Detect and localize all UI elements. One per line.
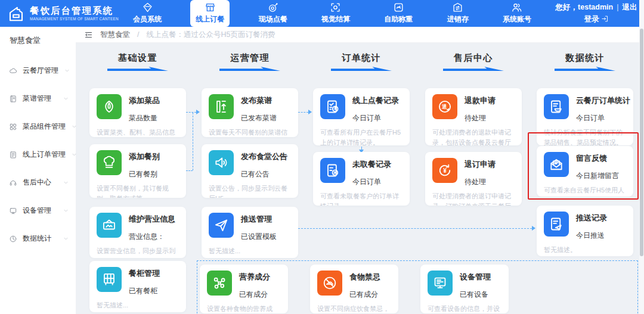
dashboard-card[interactable]: 餐柜管理已有餐柜暂无描述... bbox=[89, 261, 186, 312]
unclaimed-record-icon bbox=[320, 158, 345, 183]
nav-item-5[interactable]: 进销存 bbox=[442, 0, 474, 27]
card-description: 设置不同病症饮食禁忌，【菜品管理】里可添加对应的。 bbox=[317, 304, 391, 313]
card-row: 添加餐别已有餐别 bbox=[97, 150, 179, 179]
dashboard-card[interactable]: 退退款申请待处理可处理消费者的退款申请记录，包括设备点餐及云餐厅H5上的订单..… bbox=[425, 88, 522, 145]
card-subtitle: 已设置模板 bbox=[241, 232, 277, 242]
card-description: 设置每天不同餐别的菜谱信息。 bbox=[209, 128, 291, 137]
breadcrumb-root[interactable]: 智慧食堂 bbox=[100, 30, 130, 40]
dashboard-card[interactable]: 食物禁忌已有成分设置不同病症饮食禁忌，【菜品管理】里可添加对应的。 bbox=[310, 265, 398, 313]
card-meta: 营养成分已有成分 bbox=[239, 271, 270, 300]
card-title: 发布菜谱 bbox=[241, 94, 277, 106]
card-title: 设备管理 bbox=[460, 271, 491, 282]
dashboard-card[interactable]: 未取餐记录今日订单可查看未取餐客户的订单详情记录。 bbox=[313, 152, 410, 206]
card-subtitle: 今日订单 bbox=[352, 177, 391, 187]
card-row: 设备管理已有设备 bbox=[428, 271, 501, 300]
card-row: ¥退订申请待处理 bbox=[432, 158, 515, 187]
card-subtitle: 已有餐别 bbox=[129, 169, 160, 179]
card-description: 设置营业信息，同步显示到云餐厅H5。 bbox=[97, 246, 179, 258]
dashboard-card[interactable]: 设备管理已有设备可查看设备的信息，并设置设备名称、方便识别。 bbox=[420, 265, 509, 313]
sidebar-item-1[interactable]: 菜谱管理 bbox=[0, 85, 76, 113]
nav-item-label: 视觉结算 bbox=[321, 14, 350, 24]
chef-hat-icon bbox=[97, 150, 122, 175]
sidebar-item-3[interactable]: 线上订单管理 bbox=[0, 141, 76, 169]
nav-item-0[interactable]: 会员系统 bbox=[128, 0, 167, 27]
card-meta: 线上点餐记录今日订单 bbox=[352, 94, 399, 123]
card-meta: 推送记录今日推送 bbox=[576, 212, 607, 241]
card-description: 设置公告，同步显示到云餐厅H5。 bbox=[209, 184, 291, 198]
card-row: 发布食堂公告已有公告 bbox=[209, 150, 291, 179]
card-subtitle: 已有设备 bbox=[460, 290, 491, 300]
svg-text:退: 退 bbox=[442, 104, 447, 110]
dashboard-card[interactable]: 推送记录今日推送暂无描述。 bbox=[537, 206, 633, 256]
sidebar-item-2[interactable]: 菜品组件管理 bbox=[0, 113, 76, 141]
menu-fold-icon[interactable] bbox=[84, 30, 93, 39]
breadcrumb-separator: / bbox=[137, 30, 139, 39]
svg-text:¥: ¥ bbox=[443, 167, 447, 174]
users-icon bbox=[511, 2, 522, 13]
card-description: 暂无描述... bbox=[97, 300, 179, 310]
column-underline-arrow bbox=[443, 67, 504, 71]
column-header-1: 运营管理 bbox=[202, 52, 298, 71]
card-meta: 未取餐记录今日订单 bbox=[352, 158, 391, 187]
chevron-down-icon bbox=[63, 179, 69, 186]
card-title: 线上点餐记录 bbox=[352, 94, 399, 106]
sidebar-item-4[interactable]: 售后中心 bbox=[0, 169, 76, 197]
column-underline-arrow bbox=[555, 67, 615, 71]
top-header: 餐饮后台管理系统 MANAGEMENT SYSTEM OF SMART CANT… bbox=[0, 0, 644, 27]
card-title: 餐柜管理 bbox=[129, 267, 160, 279]
order-stats-icon bbox=[544, 94, 569, 119]
card-description: 可查看所有用户在云餐厅H5上的订单详情记录。 bbox=[320, 128, 402, 145]
sidebar-item-0[interactable]: 云餐厅管理 bbox=[0, 57, 76, 85]
card-title: 推送记录 bbox=[576, 212, 607, 223]
dashboard-card[interactable]: 推送管理已设置模板暂无描述... bbox=[202, 207, 298, 258]
vegetable-icon bbox=[97, 94, 122, 119]
flow-connector bbox=[298, 112, 308, 113]
dashboard-card[interactable]: 发布菜谱已发布菜谱设置每天不同餐别的菜谱信息。 bbox=[202, 88, 298, 137]
dashboard-card[interactable]: 线上点餐记录今日订单可查看所有用户在云餐厅H5上的订单详情记录。 bbox=[313, 88, 410, 145]
column-underline-arrow bbox=[107, 67, 168, 71]
chevron-down-icon bbox=[71, 151, 78, 158]
sidebar-title: 智慧食堂 bbox=[0, 27, 76, 53]
card-meta: 设备管理已有设备 bbox=[460, 271, 491, 300]
nav-item-6[interactable]: 系统账号 bbox=[497, 0, 537, 27]
sidebar-item-label: 菜谱管理 bbox=[23, 94, 57, 104]
dashboard-card[interactable]: ¥退订申请待处理可处理消费者的退订申请记录，订购订单来源于云餐厅H5上的订单。 bbox=[425, 152, 522, 206]
nav-item-2[interactable]: 现场点餐 bbox=[253, 0, 293, 27]
sidebar-item-label: 菜品组件管理 bbox=[23, 122, 66, 132]
nav-item-label: 会员系统 bbox=[133, 14, 162, 24]
flow-connector bbox=[186, 170, 193, 171]
card-title: 维护营业信息 bbox=[129, 213, 175, 225]
sidebar-item-5[interactable]: 设备管理 bbox=[0, 197, 76, 225]
shop-icon bbox=[205, 2, 216, 13]
card-title: 退订申请 bbox=[465, 158, 496, 170]
dashboard-card[interactable]: 留言反馈今日新增留言可查看来自云餐厅H5使用人员的留言反馈。 bbox=[537, 146, 633, 197]
card-subtitle: 待处理 bbox=[465, 177, 496, 187]
dashboard-card[interactable]: 添加菜品菜品数量设置菜类、配料、菜品信息等。 bbox=[89, 88, 186, 137]
card-description: 可查看设备的信息，并设置设备名称、方便识别。 bbox=[428, 304, 501, 313]
user-separator: | bbox=[617, 3, 618, 11]
card-row: 未取餐记录今日订单 bbox=[320, 158, 402, 187]
flow-connector bbox=[298, 228, 532, 229]
dashboard-card[interactable]: 营养成分已有成分设置各种食物的营养成分，【菜品管理】里可添加对应的食物及分... bbox=[200, 265, 288, 313]
nav-item-label: 线上订餐 bbox=[196, 14, 224, 24]
card-subtitle: 营业信息： bbox=[129, 232, 175, 242]
nav-item-3[interactable]: 视觉结算 bbox=[316, 0, 355, 27]
order-record-icon bbox=[320, 94, 345, 119]
dashboard-card[interactable]: 云餐厅订单统计今日订单统计分析食堂不同餐别下的菜品销售、菜品预定情况。 bbox=[537, 88, 633, 145]
signboard-icon bbox=[97, 213, 122, 238]
dashboard-card[interactable]: 添加餐别已有餐别设置不同餐别，其订餐规则、取餐方式等。 bbox=[89, 144, 186, 198]
sidebar-item-label: 线上订单管理 bbox=[23, 150, 66, 160]
nav-item-4[interactable]: 自助称重 bbox=[379, 0, 418, 27]
dashboard-card[interactable]: 发布食堂公告已有公告设置公告，同步显示到云餐厅H5。 bbox=[202, 144, 298, 198]
nav-item-1[interactable]: 线上订餐 bbox=[190, 0, 230, 27]
sidebar-item-6[interactable]: 数据统计 bbox=[0, 225, 76, 253]
scrollbar-thumb[interactable] bbox=[640, 29, 643, 256]
card-subtitle: 今日新增留言 bbox=[576, 171, 619, 181]
card-row: 推送记录今日推送 bbox=[544, 212, 626, 241]
logo-icon bbox=[7, 5, 25, 23]
card-title: 云餐厅订单统计 bbox=[576, 94, 630, 106]
card-description: 设置菜类、配料、菜品信息等。 bbox=[97, 128, 179, 137]
card-subtitle: 今日订单 bbox=[576, 113, 630, 123]
weigh-icon bbox=[393, 2, 404, 13]
dashboard-card[interactable]: 维护营业信息营业信息：设置营业信息，同步显示到云餐厅H5。 bbox=[89, 207, 186, 258]
